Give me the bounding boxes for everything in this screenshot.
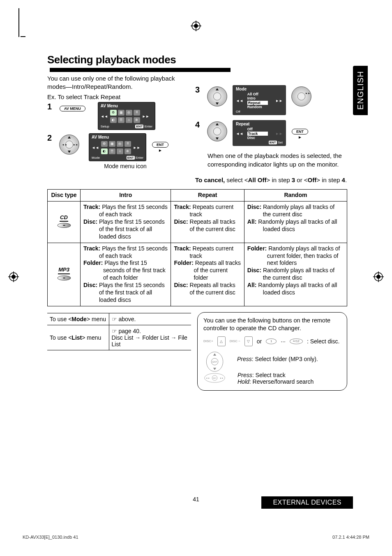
menu-footer-left: Mode xyxy=(92,156,100,160)
dpad-vertical-icon[interactable]: ENT xyxy=(203,350,221,368)
menu-icon: ▦ xyxy=(118,110,125,116)
svg-marker-31 xyxy=(213,368,216,370)
dots: ··· xyxy=(281,338,286,345)
th-random: Random xyxy=(244,190,347,202)
step-number-1: 1 xyxy=(47,102,55,111)
left-arrow-icon: ◄◄ xyxy=(92,146,99,150)
repeat-footer-label: Set xyxy=(278,141,283,144)
left-arrow-icon: ◄◄ xyxy=(236,132,243,136)
table-row: MP3 Track: Plays the first 15 seconds of… xyxy=(48,243,347,306)
ent-button[interactable]: ENT xyxy=(152,142,168,148)
cancel-prefix: To cancel, xyxy=(195,176,225,183)
cell-random: Folder: Randomly plays all tracks of cur… xyxy=(244,243,347,306)
menu-footer-left: Setup xyxy=(101,125,109,128)
th-disc-type: Disc type xyxy=(48,190,81,202)
footer-filename: KD-AVX33[E]_0130.indb 41 xyxy=(23,535,78,540)
section-footer-tab: EXTERNAL DEVICES xyxy=(261,496,353,509)
mode-item: Intro xyxy=(247,96,274,100)
cell-repeat: Track: Repeats current track Disc: Repea… xyxy=(171,202,244,243)
or-text: or xyxy=(257,338,262,345)
press-label: Press xyxy=(237,356,252,362)
registration-mark-icon xyxy=(373,271,384,283)
menu-icon: ⊕ xyxy=(134,117,140,123)
disc-ellipse-icon xyxy=(56,275,72,283)
registration-mark-icon xyxy=(8,271,19,283)
para-selected-indicator: When one of the playback modes is select… xyxy=(208,152,347,169)
menu-icon: ◎ xyxy=(117,141,123,147)
svg-text:ENT: ENT xyxy=(212,361,217,363)
heading-bar xyxy=(50,68,231,72)
crop-mark xyxy=(18,8,19,37)
cell-repeat: Track: Repeats current track Folder: Rep… xyxy=(171,243,244,306)
menu-icon: ☰ xyxy=(118,117,125,123)
dpad-icon[interactable]: ◄◄►► xyxy=(58,133,81,156)
menu-icon: ⠿ xyxy=(134,110,140,116)
dpad-icon[interactable] xyxy=(206,85,228,108)
footer-timestamp: 07.2.1 4:44:28 PM xyxy=(332,535,369,540)
right-arrow-icon: ►► xyxy=(275,132,283,136)
svg-point-24 xyxy=(63,225,65,226)
disc-minus-label: DISC − xyxy=(230,339,240,343)
svg-point-17 xyxy=(297,93,305,100)
up-button-icon[interactable]: △ xyxy=(217,336,226,346)
svg-point-13 xyxy=(213,93,221,100)
intro-paragraph-2: Ex. To select Track Repeat xyxy=(47,93,191,101)
menu-table-value: ☞ above. xyxy=(109,313,191,325)
cell-intro: Track: Plays the first 15 seconds of eac… xyxy=(81,202,171,243)
menu-table-label: To use <Mode> menu xyxy=(47,313,109,325)
svg-text:►►: ►► xyxy=(220,377,224,379)
step-number-3: 3 xyxy=(195,85,203,95)
crop-mark xyxy=(21,36,25,37)
menu-title: AV Menu xyxy=(101,104,152,108)
dpad-icon[interactable]: ►► xyxy=(290,85,313,108)
remote-select-track-row: ENT◄◄►► Press: Select track Hold: Revers… xyxy=(203,372,341,385)
right-arrow-icon: ►► xyxy=(133,146,141,150)
menu-icon: ▦ xyxy=(109,141,115,147)
arrow-right-icon: → xyxy=(135,334,141,341)
repeat-screen: Repeat ◄◄ Off Track Disc ►► ENT Set xyxy=(233,120,286,146)
av-menu-screen-1: AV Menu ◄◄ ⚙▦◎⠿ ◐☰⌂⊕ ►► SetupENT Enter xyxy=(98,102,155,130)
menu-icon: ⚙ xyxy=(101,141,108,147)
play-icon: ► xyxy=(292,135,308,139)
menu-icon: ◐ xyxy=(101,148,108,154)
right-arrow-icon: ►► xyxy=(275,99,283,103)
remote-controller-box: You can use the following buttons on the… xyxy=(197,312,347,391)
dpad-horizontal-icon[interactable]: ENT◄◄►► xyxy=(203,372,226,385)
svg-point-3 xyxy=(12,275,16,279)
svg-text:◄◄: ◄◄ xyxy=(62,143,67,146)
menu-icon: ⠿ xyxy=(125,141,131,147)
ent-pill: ENT xyxy=(135,125,143,128)
menu-icon: ⌂ xyxy=(126,117,132,123)
cd-label: CD xyxy=(60,214,68,222)
menu-icon: ◐ xyxy=(110,117,117,123)
number-button-1-icon[interactable]: 1 xyxy=(266,338,277,344)
table-header-row: Disc type Intro Repeat Random xyxy=(48,190,347,202)
playback-mode-table: Disc type Intro Repeat Random CD Track: … xyxy=(47,189,347,306)
menu-icon: ⊕ xyxy=(125,148,131,154)
av-menu-button[interactable]: AV MENU xyxy=(60,106,85,111)
mode-item-selected: Repeat xyxy=(247,101,268,105)
press-label: Press xyxy=(238,372,252,378)
remote-intro: You can use the following buttons on the… xyxy=(203,317,341,332)
svg-text:ENT: ENT xyxy=(213,377,217,379)
ent-button[interactable]: ENT xyxy=(292,129,308,134)
th-intro: Intro xyxy=(81,190,171,202)
dpad-icon[interactable] xyxy=(206,120,228,143)
repeat-item: Disc xyxy=(247,136,274,140)
menu-table-row: To use <Mode> menu ☞ above. xyxy=(47,313,191,325)
svg-point-5 xyxy=(376,275,380,279)
menu-icon: ⚙ xyxy=(110,110,117,116)
cancel-step4: 4 xyxy=(342,176,345,183)
disc-ellipse-icon xyxy=(56,222,72,230)
number-button-12-icon[interactable]: ≡/12 xyxy=(290,338,303,344)
table-row: CD Track: Plays the first 15 seconds of … xyxy=(48,202,347,243)
svg-point-20 xyxy=(213,128,221,135)
remote-select-folder-row: ENT Press: Select folder (MP3 only). xyxy=(203,350,341,368)
page-number: 41 xyxy=(193,496,199,503)
down-button-icon[interactable]: ▽ xyxy=(244,336,253,346)
menu-icon: ☰ xyxy=(109,148,115,154)
disc-plus-label: DISC+ xyxy=(203,339,213,343)
ent-pill: ENT xyxy=(269,141,277,144)
svg-point-26 xyxy=(63,277,65,278)
step-number-2: 2 xyxy=(47,133,55,143)
